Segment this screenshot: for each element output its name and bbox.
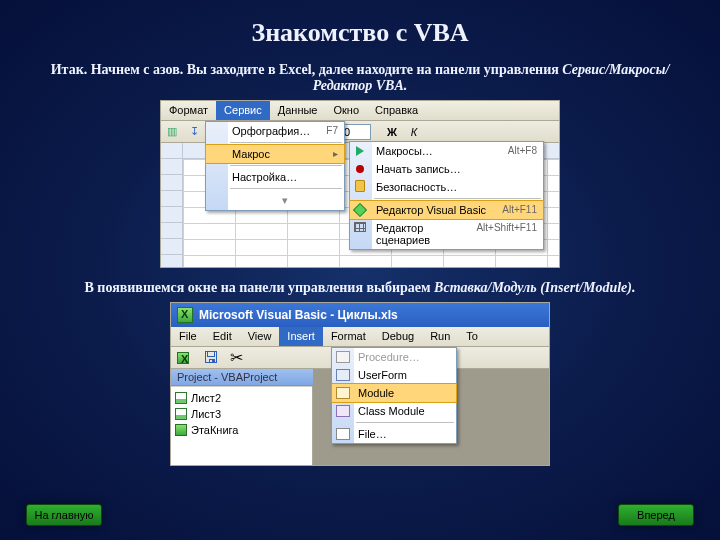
vb-menu-debug[interactable]: Debug bbox=[374, 327, 422, 346]
macro-submenu: Макросы… Alt+F8 Начать запись… Безопасно… bbox=[349, 141, 544, 250]
macro-security[interactable]: Безопасность… bbox=[350, 178, 543, 196]
home-button[interactable]: На главную bbox=[26, 504, 102, 526]
scenario-icon bbox=[354, 222, 366, 232]
mid-emphasis: Вставка/Модуль (Insert/Module). bbox=[434, 280, 635, 295]
record-icon bbox=[356, 165, 364, 173]
mid-text: В появившемся окне на панели управления … bbox=[40, 280, 680, 296]
vb-menu-insert[interactable]: Insert bbox=[279, 327, 323, 346]
italic-button[interactable]: К bbox=[404, 123, 424, 141]
vb-menubar: File Edit View Insert Format Debug Run T… bbox=[171, 327, 549, 347]
macro-macros[interactable]: Макросы… Alt+F8 bbox=[350, 142, 543, 160]
project-tree: Лист2 Лист3 ЭтаКнига bbox=[171, 387, 312, 441]
vb-menu-format[interactable]: Format bbox=[323, 327, 374, 346]
sheet-icon bbox=[175, 392, 187, 404]
macro-scenario[interactable]: Редактор сценариев Alt+Shift+F11 bbox=[350, 219, 543, 249]
excel-screenshot: Формат Сервис Данные Окно Справка ▥ ↧ ⊕ … bbox=[160, 100, 560, 268]
excel-logo-icon bbox=[177, 307, 193, 323]
menu-data[interactable]: Данные bbox=[270, 101, 326, 120]
macro-record[interactable]: Начать запись… bbox=[350, 160, 543, 178]
insert-file[interactable]: File… bbox=[332, 425, 456, 443]
shield-icon bbox=[355, 180, 365, 192]
sheet-icon bbox=[175, 408, 187, 420]
toolbar-sort-icon[interactable]: ↧ bbox=[184, 123, 204, 141]
menu-help[interactable]: Справка bbox=[367, 101, 426, 120]
vb-menu-edit[interactable]: Edit bbox=[205, 327, 240, 346]
vb-menu-run[interactable]: Run bbox=[422, 327, 458, 346]
vb-insert-dropdown: Procedure… UserForm Module Class Module … bbox=[331, 347, 457, 444]
service-dropdown: Орфография… F7 Макрос ▸ Настройка… ▾ bbox=[205, 121, 345, 211]
vb-screenshot: Microsoft Visual Basic - Циклы.xls File … bbox=[170, 302, 550, 466]
menu-format[interactable]: Формат bbox=[161, 101, 216, 120]
userform-icon bbox=[336, 369, 350, 381]
vb-menu-tools[interactable]: To bbox=[458, 327, 486, 346]
row-headers bbox=[161, 143, 183, 267]
tree-thisbook[interactable]: ЭтаКнига bbox=[175, 422, 308, 438]
insert-classmodule[interactable]: Class Module bbox=[332, 402, 456, 420]
workbook-icon bbox=[175, 424, 187, 436]
file-icon bbox=[336, 428, 350, 440]
excel-menubar: Формат Сервис Данные Окно Справка bbox=[161, 101, 559, 121]
mid-plain: В появившемся окне на панели управления … bbox=[85, 280, 435, 295]
toolbar-chart-icon[interactable]: ▥ bbox=[162, 123, 182, 141]
insert-userform[interactable]: UserForm bbox=[332, 366, 456, 384]
procedure-icon bbox=[336, 351, 350, 363]
tree-sheet3[interactable]: Лист3 bbox=[175, 406, 308, 422]
service-spelling[interactable]: Орфография… F7 bbox=[206, 122, 344, 140]
service-expand[interactable]: ▾ bbox=[206, 191, 344, 210]
forward-button[interactable]: Вперед bbox=[618, 504, 694, 526]
intro-plain: Итак. Начнем с азов. Вы заходите в Excel… bbox=[51, 62, 563, 77]
vb-titlebar: Microsoft Visual Basic - Циклы.xls bbox=[171, 303, 549, 327]
vb-icon bbox=[353, 203, 367, 217]
menu-service[interactable]: Сервис bbox=[216, 101, 270, 120]
menu-window[interactable]: Окно bbox=[326, 101, 368, 120]
insert-procedure[interactable]: Procedure… bbox=[332, 348, 456, 366]
bold-button[interactable]: Ж bbox=[382, 123, 402, 141]
macro-vbe[interactable]: Редактор Visual Basic Alt+F11 bbox=[349, 200, 544, 220]
insert-module[interactable]: Module bbox=[331, 383, 457, 403]
tree-sheet2[interactable]: Лист2 bbox=[175, 390, 308, 406]
intro-text: Итак. Начнем с азов. Вы заходите в Excel… bbox=[30, 62, 690, 94]
service-settings[interactable]: Настройка… bbox=[206, 168, 344, 186]
classmodule-icon bbox=[336, 405, 350, 417]
vb-tb-save-icon[interactable]: 🖫 bbox=[201, 349, 221, 367]
vb-menu-file[interactable]: File bbox=[171, 327, 205, 346]
vb-menu-view[interactable]: View bbox=[240, 327, 280, 346]
vb-tb-cut-icon[interactable]: ✂ bbox=[226, 349, 246, 367]
service-macro[interactable]: Макрос ▸ bbox=[205, 144, 345, 164]
play-icon bbox=[356, 146, 364, 156]
project-header: Project - VBAProject bbox=[171, 369, 313, 386]
page-title: Знакомство с VBA bbox=[0, 18, 720, 48]
module-icon bbox=[336, 387, 350, 399]
vb-tb-excel-icon[interactable] bbox=[176, 349, 196, 367]
